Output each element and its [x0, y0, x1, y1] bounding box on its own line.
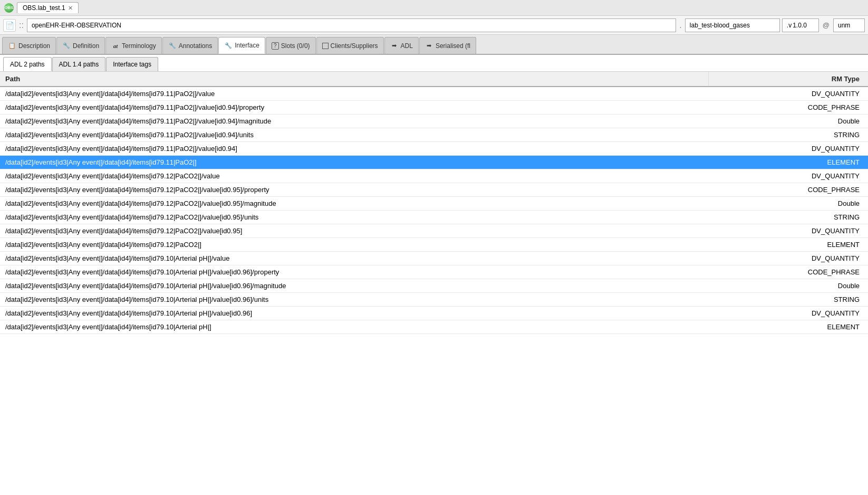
rmtype-cell: DV_QUANTITY	[709, 252, 868, 265]
rmtype-cell: DV_QUANTITY	[709, 87, 868, 101]
tab-clients-label: Clients/Suppliers	[331, 42, 378, 50]
tab-slots-label: Slots (0/0)	[281, 42, 310, 50]
rmtype-cell: ELEMENT	[709, 156, 868, 169]
table-row[interactable]: /data[id2]/events[id3|Any event|]/data[i…	[0, 252, 868, 265]
table-row[interactable]: /data[id2]/events[id3|Any event|]/data[i…	[0, 293, 868, 307]
version-prefix: .v	[787, 22, 792, 29]
close-tab-button[interactable]: ✕	[68, 5, 73, 12]
subtab-adl2-label: ADL 2 paths	[10, 61, 45, 68]
table-row[interactable]: /data[id2]/events[id3|Any event|]/data[i…	[0, 142, 868, 156]
address-bar: 📄 :: openEHR-EHR-OBSERVATION . lab_test-…	[0, 16, 868, 35]
paths-table: Path RM Type /data[id2]/events[id3|Any e…	[0, 72, 868, 334]
tab-serialised[interactable]: ➡ Serialised (fl	[419, 37, 476, 54]
rmtype-cell: DV_QUANTITY	[709, 169, 868, 183]
table-row[interactable]: /data[id2]/events[id3|Any event|]/data[i…	[0, 279, 868, 293]
tab-annotations-label: Annotations	[179, 42, 212, 50]
rmtype-cell: CODE_PHRASE	[709, 265, 868, 279]
table-row[interactable]: /data[id2]/events[id3|Any event|]/data[i…	[0, 87, 868, 101]
rmtype-cell: STRING	[709, 211, 868, 224]
path-cell: /data[id2]/events[id3|Any event|]/data[i…	[0, 128, 709, 142]
tab-description-label: Description	[18, 42, 50, 50]
tab-terminology[interactable]: at Terminology	[105, 37, 162, 54]
table-container: Path RM Type /data[id2]/events[id3|Any e…	[0, 72, 868, 495]
table-row[interactable]: /data[id2]/events[id3|Any event|]/data[i…	[0, 265, 868, 279]
tab-description[interactable]: 📋 Description	[2, 37, 56, 54]
path-cell: /data[id2]/events[id3|Any event|]/data[i…	[0, 169, 709, 183]
tab-annotations[interactable]: 🔧 Annotations	[162, 37, 218, 54]
rmtype-cell: DV_QUANTITY	[709, 307, 868, 320]
description-icon: 📋	[8, 42, 16, 50]
definition-icon: 🔧	[62, 42, 71, 50]
subtab-interface-tags[interactable]: Interface tags	[106, 57, 158, 71]
path-cell: /data[id2]/events[id3|Any event|]/data[i…	[0, 265, 709, 279]
table-header-row: Path RM Type	[0, 72, 868, 87]
rmtype-cell: DV_QUANTITY	[709, 224, 868, 238]
table-row[interactable]: /data[id2]/events[id3|Any event|]/data[i…	[0, 224, 868, 238]
path-column-header: Path	[0, 72, 709, 87]
subtab-adl2[interactable]: ADL 2 paths	[3, 57, 52, 71]
table-row[interactable]: /data[id2]/events[id3|Any event|]/data[i…	[0, 183, 868, 197]
table-row[interactable]: /data[id2]/events[id3|Any event|]/data[i…	[0, 128, 868, 142]
lifecycle-field[interactable]: unm	[833, 18, 865, 32]
at-symbol: @	[823, 21, 830, 29]
table-row[interactable]: /data[id2]/events[id3|Any event|]/data[i…	[0, 197, 868, 211]
rmtype-cell: Double	[709, 279, 868, 293]
table-row[interactable]: /data[id2]/events[id3|Any event|]/data[i…	[0, 320, 868, 334]
annotations-icon: 🔧	[168, 42, 177, 50]
subtab-adl14-label: ADL 1.4 paths	[59, 61, 99, 68]
table-row[interactable]: /data[id2]/events[id3|Any event|]/data[i…	[0, 156, 868, 169]
archetype-name-field[interactable]: lab_test-blood_gases	[685, 18, 780, 32]
table-row[interactable]: /data[id2]/events[id3|Any event|]/data[i…	[0, 115, 868, 128]
rmtype-cell: STRING	[709, 128, 868, 142]
subtab-interface-tags-label: Interface tags	[113, 61, 151, 68]
path-cell: /data[id2]/events[id3|Any event|]/data[i…	[0, 293, 709, 307]
table-row[interactable]: /data[id2]/events[id3|Any event|]/data[i…	[0, 307, 868, 320]
editor-tab[interactable]: OBS.lab_test.1 ✕	[17, 2, 79, 13]
rmtype-cell: Double	[709, 115, 868, 128]
rmtype-cell: CODE_PHRASE	[709, 183, 868, 197]
path-cell: /data[id2]/events[id3|Any event|]/data[i…	[0, 224, 709, 238]
path-cell: /data[id2]/events[id3|Any event|]/data[i…	[0, 156, 709, 169]
path-cell: /data[id2]/events[id3|Any event|]/data[i…	[0, 115, 709, 128]
path-cell: /data[id2]/events[id3|Any event|]/data[i…	[0, 211, 709, 224]
tab-terminology-label: Terminology	[122, 42, 156, 50]
tab-adl[interactable]: ➡ ADL	[384, 37, 419, 54]
path-cell: /data[id2]/events[id3|Any event|]/data[i…	[0, 183, 709, 197]
path-cell: /data[id2]/events[id3|Any event|]/data[i…	[0, 101, 709, 115]
tab-title: OBS.lab_test.1	[23, 4, 65, 12]
title-bar: OBS OBS.lab_test.1 ✕	[0, 0, 868, 16]
tab-definition[interactable]: 🔧 Definition	[56, 37, 105, 54]
tab-definition-label: Definition	[73, 42, 99, 50]
path-cell: /data[id2]/events[id3|Any event|]/data[i…	[0, 279, 709, 293]
slots-icon: ?	[272, 42, 279, 50]
interface-icon: 🔧	[224, 41, 233, 50]
table-row[interactable]: /data[id2]/events[id3|Any event|]/data[i…	[0, 101, 868, 115]
rmtype-cell: STRING	[709, 293, 868, 307]
tab-slots[interactable]: ? Slots (0/0)	[266, 37, 316, 54]
rmtype-cell: Double	[709, 197, 868, 211]
archetype-class-field[interactable]: openEHR-EHR-OBSERVATION	[27, 18, 676, 32]
tab-clients[interactable]: Clients/Suppliers	[316, 37, 384, 54]
serialised-icon: ➡	[425, 42, 433, 50]
tab-adl-label: ADL	[401, 42, 413, 50]
table-row[interactable]: /data[id2]/events[id3|Any event|]/data[i…	[0, 211, 868, 224]
table-row[interactable]: /data[id2]/events[id3|Any event|]/data[i…	[0, 238, 868, 252]
path-cell: /data[id2]/events[id3|Any event|]/data[i…	[0, 307, 709, 320]
tab-serialised-label: Serialised (fl	[436, 42, 470, 50]
rmtype-column-header: RM Type	[709, 72, 868, 87]
nav-icon: 📄	[3, 19, 16, 32]
adl-icon: ➡	[390, 42, 399, 50]
subtab-bar: ADL 2 paths ADL 1.4 paths Interface tags	[0, 55, 868, 72]
terminology-icon: at	[111, 42, 120, 50]
separator-1: ::	[19, 21, 24, 30]
path-cell: /data[id2]/events[id3|Any event|]/data[i…	[0, 320, 709, 334]
clients-icon	[322, 43, 329, 49]
subtab-adl14[interactable]: ADL 1.4 paths	[52, 57, 106, 71]
path-cell: /data[id2]/events[id3|Any event|]/data[i…	[0, 197, 709, 211]
rmtype-cell: ELEMENT	[709, 320, 868, 334]
app-icon: OBS	[4, 3, 14, 13]
table-row[interactable]: /data[id2]/events[id3|Any event|]/data[i…	[0, 169, 868, 183]
tab-interface[interactable]: 🔧 Interface	[218, 37, 265, 54]
version-field[interactable]: .v 1.0.0	[782, 18, 819, 32]
tab-bar: 📋 Description 🔧 Definition at Terminolog…	[0, 35, 868, 55]
